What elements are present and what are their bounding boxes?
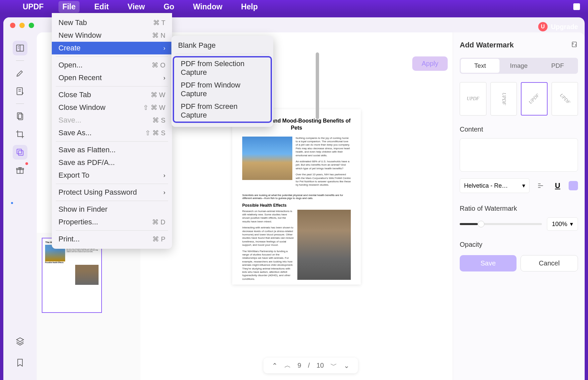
preset-diagonal-up[interactable]: UPDF	[521, 82, 548, 116]
cancel-button[interactable]: Cancel	[521, 255, 578, 271]
menu-separator	[56, 184, 168, 184]
chevron-right-icon: ›	[163, 189, 165, 196]
content-input[interactable]	[460, 138, 578, 172]
menu-new-window[interactable]: New Window⌘ N	[52, 29, 172, 42]
preset-horizontal[interactable]: UPDF	[460, 82, 486, 116]
sidebar-pages-icon[interactable]	[13, 109, 27, 124]
menu-separator	[56, 230, 168, 231]
menu-open[interactable]: Open...⌘ O	[52, 59, 172, 71]
submenu-pdf-screen-capture[interactable]: PDF from Screen Capture	[174, 100, 271, 122]
upgrade-label: Upgrade	[551, 23, 578, 31]
menubar-help[interactable]: Help	[237, 1, 262, 13]
menu-save-pdfa[interactable]: Save as PDF/A...	[52, 156, 172, 169]
system-menubar: UPDF File Edit View Go Window Help	[0, 0, 588, 13]
left-sidebar	[3, 17, 37, 380]
close-window-button[interactable]	[10, 23, 15, 28]
menu-save-as[interactable]: Save As...⇧ ⌘ S	[52, 127, 172, 139]
page-navigation: ⌃ ︿ 9 / 10 ﹀ ⌄	[264, 358, 358, 373]
chevron-down-icon: ▾	[522, 182, 525, 189]
font-selector[interactable]: Helvetica - Re… ▾	[460, 178, 530, 193]
create-submenu: Blank Page PDF from Selection Capture PD…	[171, 36, 273, 127]
menubar-view[interactable]: View	[124, 1, 149, 13]
ratio-label: Ratio of Watermark	[460, 205, 578, 212]
highlight-annotation: PDF from Selection Capture PDF from Wind…	[173, 56, 272, 123]
slider-thumb[interactable]	[478, 221, 484, 227]
file-menu-dropdown: New Tab⌘ T New Window⌘ N Create› Open...…	[52, 13, 172, 249]
page-separator: /	[308, 362, 310, 369]
minimize-window-button[interactable]	[19, 23, 25, 28]
menu-save: Save...⌘ S	[52, 114, 172, 127]
opacity-label: Opacity	[460, 241, 578, 248]
sidebar-watermark-icon[interactable]	[13, 145, 27, 160]
svg-rect-5	[18, 151, 23, 155]
upgrade-button[interactable]: U Upgrade	[538, 22, 578, 31]
color-picker[interactable]	[569, 181, 578, 190]
scrollbar[interactable]	[316, 52, 319, 119]
menu-properties[interactable]: Properties...⌘ D	[52, 216, 172, 228]
sidebar-bookmark-icon[interactable]	[13, 355, 27, 370]
menu-print[interactable]: Print...⌘ P	[52, 233, 172, 245]
tab-image[interactable]: Image	[499, 59, 538, 73]
upgrade-icon: U	[538, 22, 548, 31]
save-button[interactable]: Save	[460, 255, 517, 271]
menu-export-to[interactable]: Export To›	[52, 169, 172, 182]
menubar-app[interactable]: UPDF	[19, 1, 48, 13]
menu-save-flatten[interactable]: Save as Flatten...	[52, 144, 172, 156]
chevron-right-icon: ›	[163, 74, 165, 81]
menu-protect-password[interactable]: Protect Using Password›	[52, 186, 172, 199]
menu-separator	[56, 86, 168, 86]
fullscreen-window-button[interactable]	[29, 23, 34, 28]
sidebar-edit-icon[interactable]	[13, 84, 27, 99]
preset-grid: UPDF UPDF UPDF UPDF	[460, 82, 578, 116]
next-page-icon[interactable]: ﹀	[330, 361, 337, 370]
document-page: The Health and Mood-Boosting Benefits of…	[232, 109, 361, 284]
menu-show-in-finder[interactable]: Show in Finder	[52, 203, 172, 216]
watermark-panel: Add Watermark Text Image PDF UPDF UPDF U…	[453, 32, 585, 380]
chevron-right-icon: ›	[163, 45, 165, 52]
preset-vertical[interactable]: UPDF	[490, 82, 517, 116]
sidebar-highlighter-icon[interactable]	[13, 66, 27, 80]
preset-diagonal-down[interactable]: UPDF	[552, 82, 578, 116]
chevron-down-icon: ▾	[570, 220, 573, 228]
menu-close-window[interactable]: Close Window⇧ ⌘ W	[52, 101, 172, 114]
menu-separator	[175, 54, 269, 54]
menubar-window[interactable]: Window	[189, 1, 227, 13]
current-page[interactable]: 9	[298, 362, 301, 369]
format-row: Helvetica - Re… ▾ U	[460, 178, 578, 193]
active-indicator	[11, 202, 13, 204]
tab-pdf[interactable]: PDF	[538, 59, 577, 73]
menubar-go[interactable]: Go	[160, 1, 178, 13]
submenu-pdf-window-capture[interactable]: PDF from Window Capture	[174, 79, 271, 100]
prev-page-icon[interactable]: ︿	[284, 361, 291, 370]
menu-separator	[56, 141, 168, 142]
page-thumbnail[interactable]: The Health and Mood-Boosting Benefits of…	[42, 238, 102, 313]
sidebar-layers-icon[interactable]	[13, 334, 27, 349]
menubar-right-icon[interactable]	[573, 3, 580, 10]
menu-create[interactable]: Create›	[52, 42, 172, 54]
last-page-icon[interactable]: ⌄	[344, 362, 349, 370]
submenu-blank-page[interactable]: Blank Page	[171, 39, 273, 52]
panel-title: Add Watermark	[460, 41, 514, 49]
menu-new-tab[interactable]: New Tab⌘ T	[52, 16, 172, 29]
doc-subtitle: Possible Health Effects	[242, 203, 351, 208]
sidebar-divider	[16, 104, 24, 104]
menu-open-recent[interactable]: Open Recent›	[52, 71, 172, 84]
sidebar-crop-icon[interactable]	[13, 127, 27, 142]
first-page-icon[interactable]: ⌃	[272, 362, 278, 370]
watermark-type-tabs: Text Image PDF	[460, 58, 578, 74]
ratio-slider[interactable]	[460, 223, 542, 225]
menubar-edit[interactable]: Edit	[90, 1, 113, 13]
align-icon[interactable]	[535, 180, 547, 192]
menubar-file[interactable]: File	[58, 1, 80, 13]
expand-icon[interactable]	[571, 41, 578, 49]
dog-image	[297, 210, 351, 280]
ratio-value-select[interactable]: 100% ▾	[547, 217, 578, 231]
tab-text[interactable]: Text	[461, 59, 499, 73]
content-label: Content	[460, 126, 578, 133]
sidebar-reader-icon[interactable]	[13, 41, 27, 55]
apply-button[interactable]: Apply	[412, 56, 448, 71]
underline-button[interactable]: U	[552, 180, 564, 192]
menu-close-tab[interactable]: Close Tab⌘ W	[52, 88, 172, 101]
submenu-pdf-selection-capture[interactable]: PDF from Selection Capture	[174, 57, 271, 79]
sidebar-gift-icon[interactable]	[13, 163, 27, 178]
